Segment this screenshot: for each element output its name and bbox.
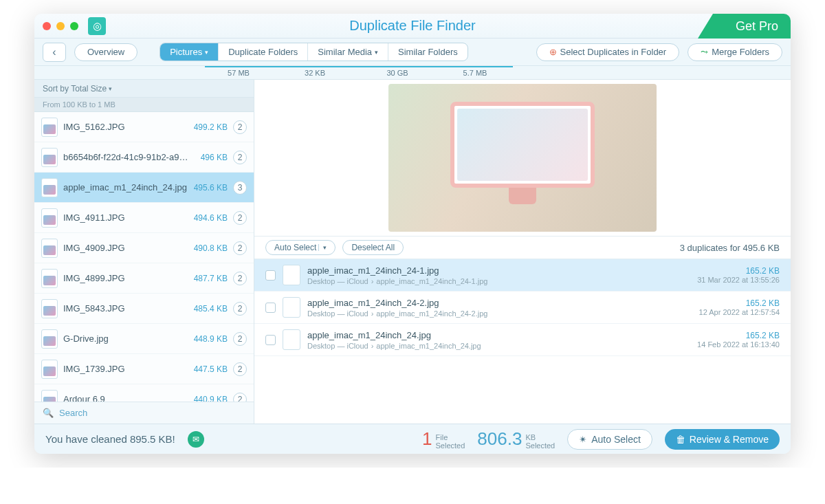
chevron-down-icon: ▾ xyxy=(205,49,208,56)
app-window: ◎ Duplicate File Finder Get Pro ‹ Overvi… xyxy=(34,14,791,454)
files-selected-stat: 1 FileSelected xyxy=(422,428,465,450)
merge-icon: ⤳ xyxy=(701,47,708,57)
file-icon xyxy=(41,178,58,197)
list-item[interactable]: G-Drive.jpg448.9 KB2 xyxy=(34,324,254,354)
kb-selected-stat: 806.3 KBSelected xyxy=(477,428,555,450)
duplicate-row[interactable]: apple_imac_m1_24inch_24-1.jpg Desktop — … xyxy=(254,259,791,292)
tab-size-dup-folders: 32 KB xyxy=(272,66,358,77)
file-path: Desktop — iCloud›apple_imac_m1_24inch_24… xyxy=(307,277,690,285)
mail-icon[interactable]: ✉ xyxy=(188,431,204,448)
app-icon: ◎ xyxy=(88,17,106,35)
review-remove-button[interactable]: 🗑Review & Remove xyxy=(665,429,780,450)
search-icon: 🔍 xyxy=(43,408,54,418)
get-pro-button[interactable]: Get Pro xyxy=(698,14,791,39)
tab-similar-folders[interactable]: Similar Folders xyxy=(388,43,468,61)
close-icon[interactable] xyxy=(43,22,51,30)
file-icon xyxy=(41,360,58,379)
tab-size-similar-folders: 5.7 MB xyxy=(437,66,513,77)
file-icon xyxy=(41,208,58,228)
file-icon xyxy=(283,297,300,318)
imac-illustration xyxy=(450,102,595,205)
list-item[interactable]: apple_imac_m1_24inch_24.jpg495.6 KB3 xyxy=(34,173,254,203)
checkbox[interactable] xyxy=(265,303,276,313)
merge-folders-button[interactable]: ⤳Merge Folders xyxy=(688,43,782,61)
sidebar: Sort by Total Size▾ From 100 KB to 1 MB … xyxy=(34,80,254,424)
duplicates-summary: 3 duplicates for 495.6 KB xyxy=(680,243,780,253)
tab-similar-media[interactable]: Similar Media▾ xyxy=(308,43,388,61)
deselect-all-button[interactable]: Deselect All xyxy=(342,240,404,255)
window-title: Duplicate File Finder xyxy=(349,18,475,34)
file-icon xyxy=(41,118,58,137)
overview-button[interactable]: Overview xyxy=(74,43,138,61)
duplicate-row[interactable]: apple_imac_m1_24inch_24-2.jpg Desktop — … xyxy=(254,292,791,324)
auto-select-button[interactable]: ✴Auto Select xyxy=(567,429,652,450)
duplicates-toolbar: Auto Select▾ Deselect All 3 duplicates f… xyxy=(254,236,791,259)
trash-icon: 🗑 xyxy=(676,434,685,445)
file-group-list[interactable]: IMG_5162.JPG499.2 KB2 b6654b6f-f22d-41c9… xyxy=(34,112,254,402)
chevron-down-icon: ▾ xyxy=(318,244,327,251)
file-icon xyxy=(41,329,58,349)
titlebar: ◎ Duplicate File Finder Get Pro xyxy=(34,14,791,39)
list-item[interactable]: IMG_4899.JPG487.7 KB2 xyxy=(34,263,254,294)
chevron-left-icon: ‹ xyxy=(52,46,56,58)
category-tabs: Pictures▾ Duplicate Folders Similar Medi… xyxy=(160,43,468,61)
search-field[interactable]: 🔍 Search xyxy=(34,402,254,424)
toolbar: ‹ Overview Pictures▾ Duplicate Folders S… xyxy=(34,39,791,66)
list-item[interactable]: IMG_1739.JPG447.5 KB2 xyxy=(34,354,254,384)
content-area: Sort by Total Size▾ From 100 KB to 1 MB … xyxy=(34,80,791,424)
list-item[interactable]: Ardour 6.9440.9 KB2 xyxy=(34,384,254,402)
file-icon xyxy=(283,265,300,285)
file-path: Desktop — iCloud›apple_imac_m1_24inch_24… xyxy=(307,309,692,318)
auto-select-dropdown[interactable]: Auto Select▾ xyxy=(265,240,336,255)
preview-area xyxy=(254,80,791,236)
tab-size-similar-media: 30 GB xyxy=(358,66,437,77)
select-duplicates-button[interactable]: ⊕Select Duplicates in Folder xyxy=(536,43,680,61)
sparkle-icon: ✴ xyxy=(579,434,587,445)
list-item[interactable]: IMG_4911.JPG494.6 KB2 xyxy=(34,203,254,233)
maximize-icon[interactable] xyxy=(70,22,78,30)
chevron-down-icon: ▾ xyxy=(375,49,378,56)
target-icon: ⊕ xyxy=(549,47,557,57)
file-icon xyxy=(41,299,58,318)
chevron-down-icon: ▾ xyxy=(109,85,112,92)
main-pane: Auto Select▾ Deselect All 3 duplicates f… xyxy=(254,80,791,424)
list-item[interactable]: b6654b6f-f22d-41c9-91b2-a9…496 KB2 xyxy=(34,142,254,173)
tab-pictures[interactable]: Pictures▾ xyxy=(160,43,219,61)
checkbox[interactable] xyxy=(265,335,276,345)
tab-size-pictures: 57 MB xyxy=(205,66,272,77)
list-item[interactable]: IMG_5162.JPG499.2 KB2 xyxy=(34,112,254,142)
cleaned-label: You have cleaned 895.5 KB! xyxy=(45,433,175,445)
sort-dropdown[interactable]: Sort by Total Size▾ xyxy=(34,84,112,94)
tab-duplicate-folders[interactable]: Duplicate Folders xyxy=(219,43,308,61)
file-icon xyxy=(41,148,58,167)
window-controls xyxy=(43,22,78,30)
minimize-icon[interactable] xyxy=(56,22,65,30)
list-item[interactable]: IMG_4909.JPG490.8 KB2 xyxy=(34,233,254,263)
checkbox[interactable] xyxy=(265,270,276,281)
file-icon xyxy=(283,329,300,350)
file-path: Desktop — iCloud›apple_imac_m1_24inch_24… xyxy=(307,342,690,350)
list-item[interactable]: IMG_5843.JPG485.4 KB2 xyxy=(34,294,254,324)
preview-image xyxy=(388,84,657,232)
duplicates-list[interactable]: apple_imac_m1_24inch_24-1.jpg Desktop — … xyxy=(254,259,791,424)
file-icon xyxy=(41,390,58,402)
file-icon xyxy=(41,239,58,258)
status-bar: You have cleaned 895.5 KB! ✉ 1 FileSelec… xyxy=(34,424,791,454)
file-icon xyxy=(41,269,58,288)
size-filter-label: From 100 KB to 1 MB xyxy=(34,98,254,112)
back-button[interactable]: ‹ xyxy=(43,43,66,62)
duplicate-row[interactable]: apple_imac_m1_24inch_24.jpg Desktop — iC… xyxy=(254,324,791,356)
